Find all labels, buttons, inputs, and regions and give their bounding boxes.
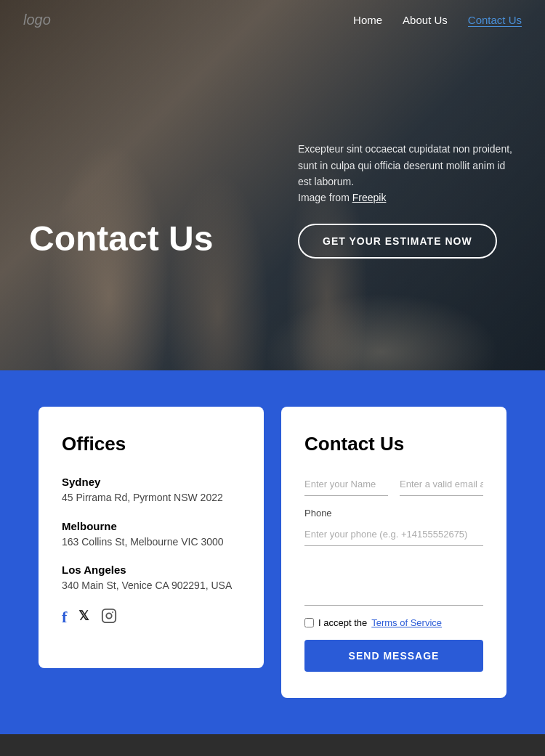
offices-title: Offices: [62, 433, 241, 455]
send-button[interactable]: SEND MESSAGE: [304, 640, 483, 672]
office-addr-melbourne: 163 Collins St, Melbourne VIC 3000: [62, 535, 241, 550]
hero-description: Excepteur sint occaecat cupidatat non pr…: [298, 141, 516, 206]
instagram-icon[interactable]: [101, 608, 117, 627]
footer: Sample text. Click to select the Text El…: [0, 734, 545, 756]
terms-link[interactable]: Terms of Service: [371, 617, 442, 628]
message-group: [304, 555, 483, 606]
terms-checkbox[interactable]: [304, 618, 314, 627]
office-sydney: Sydney 45 Pirrama Rd, Pyrmont NSW 2022: [62, 476, 241, 505]
nav-contact[interactable]: Contact Us: [468, 14, 522, 27]
offices-card: Offices Sydney 45 Pirrama Rd, Pyrmont NS…: [39, 407, 264, 668]
terms-text: I accept the: [318, 617, 367, 628]
hero-title: Contact Us: [29, 220, 213, 259]
message-input[interactable]: [304, 555, 483, 606]
office-losangeles: Los Angeles 340 Main St, Venice CA 90229…: [62, 564, 241, 593]
navigation: logo Home About Us Contact Us: [0, 0, 545, 40]
hero-left: Contact Us: [29, 220, 213, 259]
phone-input[interactable]: [304, 523, 483, 546]
nav-home[interactable]: Home: [353, 14, 382, 27]
contact-card: Contact Us Phone I accept the Terms of S…: [281, 407, 506, 698]
email-group: [400, 473, 483, 496]
hero-content: Contact Us Excepteur sint occaecat cupid…: [0, 83, 545, 288]
facebook-icon[interactable]: f: [62, 608, 67, 627]
phone-group: Phone: [304, 508, 483, 546]
contact-form-title: Contact Us: [304, 433, 483, 455]
office-addr-sydney: 45 Pirrama Rd, Pyrmont NSW 2022: [62, 491, 241, 505]
name-group: [304, 473, 388, 496]
hero-right: Excepteur sint occaecat cupidatat non pr…: [298, 141, 516, 259]
nav-links: Home About Us Contact Us: [353, 14, 522, 27]
freepik-link[interactable]: Freepik: [352, 192, 387, 203]
office-city-la: Los Angeles: [62, 564, 241, 576]
office-city-sydney: Sydney: [62, 476, 241, 488]
social-icons: f 𝕏: [62, 608, 241, 627]
svg-point-1: [107, 613, 112, 618]
nav-about[interactable]: About Us: [403, 14, 448, 27]
phone-label: Phone: [304, 508, 483, 519]
office-melbourne: Melbourne 163 Collins St, Melbourne VIC …: [62, 520, 241, 550]
logo: logo: [23, 12, 51, 28]
name-email-row: [304, 473, 483, 496]
email-input[interactable]: [400, 473, 483, 496]
svg-rect-0: [102, 609, 116, 622]
estimate-button[interactable]: GET YOUR ESTIMATE NOW: [298, 224, 497, 259]
hero-section: Contact Us Excepteur sint occaecat cupid…: [0, 0, 545, 370]
office-addr-la: 340 Main St, Venice CA 902291, USA: [62, 579, 241, 593]
svg-point-2: [112, 611, 113, 613]
office-city-melbourne: Melbourne: [62, 520, 241, 532]
info-section: Offices Sydney 45 Pirrama Rd, Pyrmont NS…: [0, 370, 545, 734]
x-twitter-icon[interactable]: 𝕏: [78, 608, 89, 627]
terms-row: I accept the Terms of Service: [304, 617, 483, 628]
name-input[interactable]: [304, 473, 388, 496]
